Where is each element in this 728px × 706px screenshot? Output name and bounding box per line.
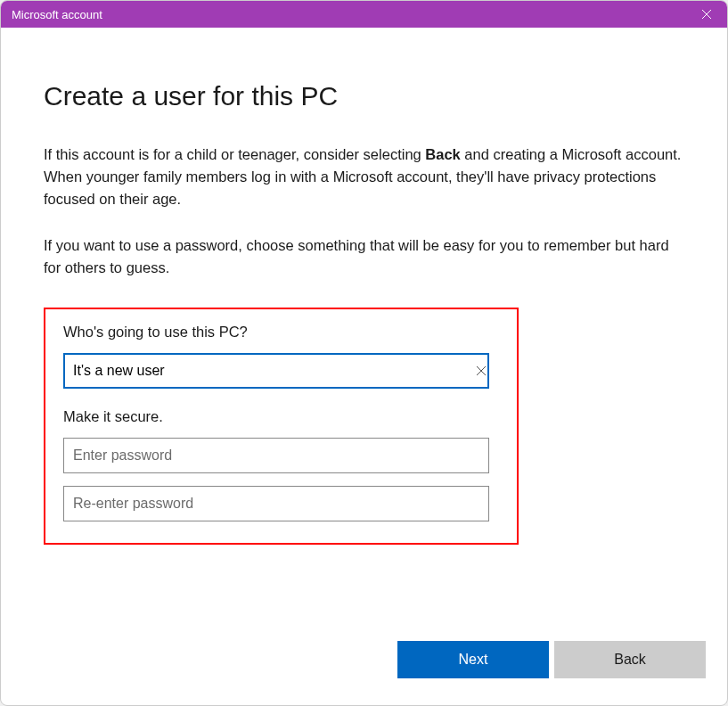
username-label: Who's going to use this PC? — [63, 324, 499, 341]
content-area: Create a user for this PC If this accoun… — [1, 28, 727, 705]
password-fields — [63, 438, 499, 521]
form-highlight-box: Who's going to use this PC? Make it secu… — [44, 308, 519, 545]
password-label: Make it secure. — [63, 408, 499, 425]
close-button[interactable] — [686, 1, 727, 28]
x-icon — [476, 365, 487, 376]
clear-username-button[interactable] — [472, 362, 490, 380]
info-paragraph-1: If this account is for a child or teenag… — [44, 144, 684, 209]
bold-back-word: Back — [425, 146, 460, 162]
username-input[interactable] — [63, 353, 489, 389]
confirm-password-input[interactable] — [63, 486, 489, 521]
next-button[interactable]: Next — [397, 641, 549, 678]
back-button[interactable]: Back — [554, 641, 706, 678]
password-input[interactable] — [63, 438, 489, 473]
username-field-wrap — [63, 353, 499, 389]
titlebar: Microsoft account — [1, 1, 727, 28]
info-paragraph-2: If you want to use a password, choose so… — [44, 234, 684, 279]
close-icon — [701, 9, 712, 20]
button-bar: Next Back — [397, 641, 706, 678]
page-heading: Create a user for this PC — [44, 81, 684, 111]
window: Microsoft account Create a user for this… — [0, 0, 728, 706]
window-title: Microsoft account — [12, 8, 102, 21]
